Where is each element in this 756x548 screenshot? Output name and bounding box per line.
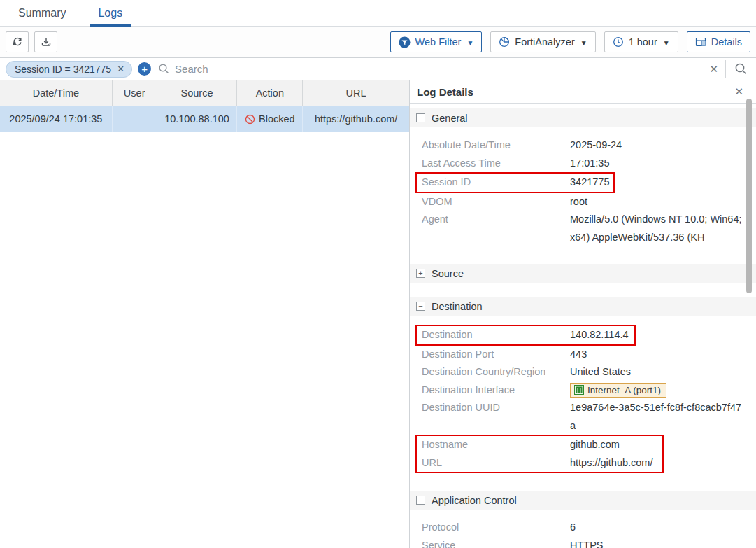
web-filter-label: Web Filter xyxy=(415,36,462,48)
download-icon xyxy=(41,36,52,48)
section-general-bar[interactable]: − General xyxy=(410,108,756,127)
filter-chip-label: Session ID = 3421775 xyxy=(15,64,111,75)
search-input-wrap xyxy=(158,63,702,75)
section-application-control: − Application Control Protocol 6 Service… xyxy=(410,491,756,548)
chevron-down-icon: ▼ xyxy=(663,39,670,47)
highlight-box-destination: Destination 140.82.114.4 xyxy=(415,325,636,346)
download-button[interactable] xyxy=(34,31,57,52)
section-title: Application Control xyxy=(432,495,517,506)
add-filter-button[interactable]: + xyxy=(138,62,151,76)
section-destination-bar[interactable]: − Destination xyxy=(410,297,756,316)
section-application-control-bar[interactable]: − Application Control xyxy=(410,491,756,510)
field-destination: Destination 140.82.114.4 xyxy=(417,326,634,344)
collapse-icon[interactable]: − xyxy=(416,302,425,311)
section-title: General xyxy=(432,113,468,124)
interface-icon xyxy=(574,385,584,395)
toolbar-right-group: Web Filter ▼ FortiAnalyzer ▼ xyxy=(390,31,750,52)
section-source-bar[interactable]: + Source xyxy=(410,264,756,283)
scrollbar-thumb[interactable] xyxy=(746,99,752,293)
highlight-box-session-id: Session ID 3421775 xyxy=(415,172,615,193)
log-details-title: Log Details xyxy=(417,86,473,98)
fortianalyzer-icon xyxy=(499,36,510,48)
chevron-down-icon: ▼ xyxy=(466,39,473,47)
field-service: Service HTTPS xyxy=(410,537,756,548)
cell-datetime: 2025/09/24 17:01:35 xyxy=(0,106,113,132)
tab-summary[interactable]: Summary xyxy=(14,1,70,26)
field-url: URL https://github.com/ xyxy=(417,454,662,472)
filter-chip-remove-icon[interactable]: ✕ xyxy=(117,64,124,74)
search-clear-icon[interactable]: ✕ xyxy=(702,63,725,76)
column-header-datetime[interactable]: Date/Time xyxy=(0,80,113,106)
section-destination: − Destination Destination 140.82.114.4 D… xyxy=(410,297,756,484)
tabbar: Summary Logs xyxy=(0,0,756,27)
section-source: + Source xyxy=(410,264,756,290)
collapse-icon[interactable]: − xyxy=(416,496,425,505)
column-header-source[interactable]: Source xyxy=(157,80,238,106)
refresh-icon xyxy=(12,36,23,48)
action-label: Blocked xyxy=(259,113,295,125)
log-details-header: Log Details ✕ xyxy=(410,80,756,104)
field-destination-country: Destination Country/Region United States xyxy=(410,363,756,381)
details-toggle-button[interactable]: Details xyxy=(687,31,750,52)
section-title: Destination xyxy=(432,301,483,312)
collapse-icon[interactable]: − xyxy=(416,113,425,122)
field-destination-interface: Destination Interface xyxy=(410,381,756,400)
clock-icon xyxy=(613,36,624,48)
cell-action: Blocked xyxy=(237,106,303,132)
column-header-action[interactable]: Action xyxy=(237,80,303,106)
highlight-box-hostname-url: Hostname github.com URL https://github.c… xyxy=(415,435,664,473)
web-filter-dropdown[interactable]: Web Filter ▼ xyxy=(390,31,483,52)
field-agent: Agent Mozilla/5.0 (Windows NT 10.0; Win6… xyxy=(410,211,756,246)
search-bar: Session ID = 3421775 ✕ + ✕ xyxy=(0,57,756,80)
interface-badge[interactable]: Internet_A (port1) xyxy=(570,383,666,398)
field-hostname: Hostname github.com xyxy=(417,436,662,454)
field-destination-port: Destination Port 443 xyxy=(410,346,756,364)
section-general: − General Absolute Date/Time 2025-09-24 … xyxy=(410,108,756,258)
time-range-dropdown[interactable]: 1 hour ▼ xyxy=(604,31,678,52)
cell-source: 10.100.88.100 xyxy=(157,106,238,132)
log-details-panel: Log Details ✕ − General Absolute Date/Ti… xyxy=(410,80,756,548)
field-destination-uuid: Destination UUID 1e9a764e-3a5c-51ef-fc8f… xyxy=(410,399,756,435)
web-filter-log-viewer: Summary Logs xyxy=(0,0,756,548)
column-header-user[interactable]: User xyxy=(113,80,157,106)
table-row[interactable]: 2025/09/24 17:01:35 10.100.88.100 Blocke… xyxy=(0,106,409,132)
chevron-down-icon: ▼ xyxy=(580,39,587,47)
close-icon[interactable]: ✕ xyxy=(729,84,749,99)
web-filter-icon xyxy=(399,36,411,48)
fortianalyzer-label: FortiAnalyzer xyxy=(515,36,574,48)
search-input[interactable] xyxy=(175,63,702,75)
toolbar: Web Filter ▼ FortiAnalyzer ▼ xyxy=(0,27,756,57)
main-content: Date/Time User Source Action URL 2025/09… xyxy=(0,80,756,548)
source-ip-link[interactable]: 10.100.88.100 xyxy=(164,113,229,125)
table-header-row: Date/Time User Source Action URL xyxy=(0,80,409,106)
refresh-button[interactable] xyxy=(6,31,29,52)
search-submit-icon[interactable] xyxy=(726,62,750,76)
field-last-access-time: Last Access Time 17:01:35 xyxy=(410,155,756,173)
fortianalyzer-dropdown[interactable]: FortiAnalyzer ▼ xyxy=(490,31,595,52)
interface-label: Internet_A (port1) xyxy=(587,385,661,395)
field-protocol: Protocol 6 xyxy=(410,519,756,537)
search-icon xyxy=(158,63,170,75)
blocked-icon xyxy=(245,114,255,125)
column-header-url[interactable]: URL xyxy=(303,80,409,106)
field-vdom: VDOM root xyxy=(410,193,756,211)
field-session-id: Session ID 3421775 xyxy=(417,174,613,192)
filter-chip-session-id[interactable]: Session ID = 3421775 ✕ xyxy=(6,61,132,78)
section-title: Source xyxy=(432,268,464,279)
cell-user xyxy=(113,106,157,132)
log-table: Date/Time User Source Action URL 2025/09… xyxy=(0,80,410,548)
details-label: Details xyxy=(711,36,742,48)
expand-icon[interactable]: + xyxy=(416,269,425,278)
time-range-label: 1 hour xyxy=(629,36,657,48)
tab-logs[interactable]: Logs xyxy=(94,1,127,26)
cell-url: https://github.com/ xyxy=(303,106,409,132)
field-absolute-datetime: Absolute Date/Time 2025-09-24 xyxy=(410,136,756,155)
toolbar-left-group xyxy=(6,31,57,52)
details-panel-icon xyxy=(695,36,706,48)
